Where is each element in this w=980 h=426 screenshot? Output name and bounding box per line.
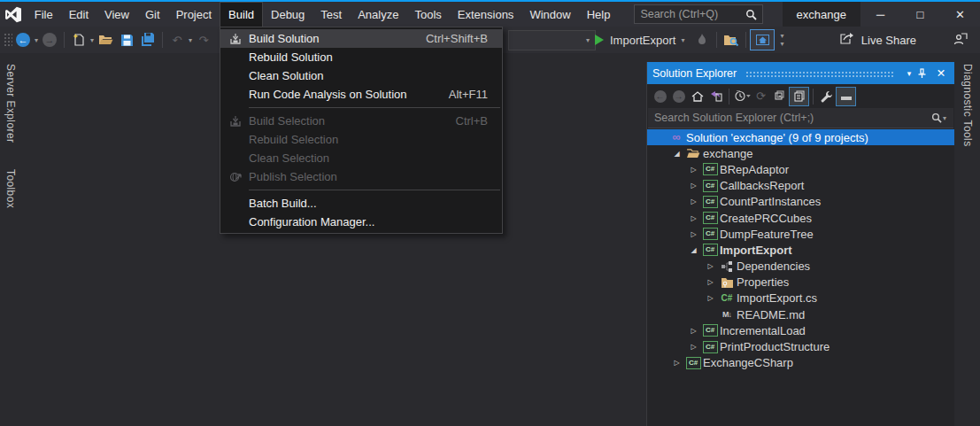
menu-item-rebuild-solution[interactable]: Rebuild Solution bbox=[220, 48, 502, 66]
solution-explorer-header[interactable]: Solution Explorer ▾ ✕ bbox=[647, 62, 954, 84]
tree-row[interactable]: ▷C#DumpFeatureTree bbox=[647, 226, 954, 242]
tree-item-label[interactable]: exchange bbox=[702, 147, 752, 160]
show-all-files-button[interactable] bbox=[789, 87, 809, 106]
new-project-button[interactable] bbox=[69, 30, 89, 50]
menu-item-batch-build[interactable]: Batch Build... bbox=[220, 194, 502, 213]
menu-git[interactable]: Git bbox=[137, 2, 168, 27]
pending-changes-filter-button[interactable] bbox=[733, 88, 752, 105]
tree-row[interactable]: ▷C#ExchangeCSharp bbox=[647, 355, 954, 371]
tree-row[interactable]: ◢C#ImportExport bbox=[647, 242, 954, 258]
new-project-dropdown-icon[interactable]: ▾ bbox=[90, 36, 94, 44]
tree-row[interactable]: ▷Dependencies bbox=[647, 259, 954, 275]
expander-closed-icon[interactable]: ▷ bbox=[686, 327, 701, 335]
expander-closed-icon[interactable]: ▷ bbox=[686, 166, 701, 174]
navigate-back-dropdown-icon[interactable]: ▾ bbox=[35, 36, 38, 44]
close-panel-icon[interactable]: ✕ bbox=[933, 66, 949, 80]
menu-view[interactable]: View bbox=[96, 2, 137, 27]
tree-item-label[interactable]: CountPartInstances bbox=[719, 195, 821, 208]
menu-item-run-code-analysis-on-solution[interactable]: Run Code Analysis on SolutionAlt+F11 bbox=[220, 85, 502, 104]
tree-row[interactable]: M↓README.md bbox=[647, 306, 954, 322]
window-position-dropdown-icon[interactable]: ▾ bbox=[901, 69, 917, 78]
tree-row[interactable]: ▷C#IncrementalLoad bbox=[647, 322, 954, 338]
tree-item-label[interactable]: IncrementalLoad bbox=[719, 324, 806, 337]
tree-item-label[interactable]: Solution 'exchange' (9 of 9 projects) bbox=[685, 131, 868, 144]
tree-row[interactable]: ▷C#BRepAdaptor bbox=[647, 161, 954, 177]
maximize-button[interactable]: □ bbox=[900, 2, 940, 27]
live-share-icon[interactable] bbox=[839, 32, 854, 48]
menu-project[interactable]: Project bbox=[168, 2, 220, 27]
expander-open-icon[interactable]: ◢ bbox=[686, 246, 701, 254]
tree-item-label[interactable]: DumpFeatureTree bbox=[719, 228, 814, 241]
find-in-files-button[interactable] bbox=[721, 30, 741, 50]
tree-row[interactable]: ▷C#ImportExport.cs bbox=[647, 290, 954, 306]
menu-item-clean-solution[interactable]: Clean Solution bbox=[220, 66, 502, 85]
run-target-dropdown-icon[interactable]: ▾ bbox=[681, 36, 684, 44]
expander-closed-icon[interactable]: ▷ bbox=[686, 343, 701, 351]
feedback-person-icon[interactable] bbox=[953, 32, 968, 48]
menu-extensions[interactable]: Extensions bbox=[450, 2, 522, 27]
expander-closed-icon[interactable]: ▷ bbox=[703, 262, 718, 270]
expander-closed-icon[interactable]: ▷ bbox=[686, 182, 701, 190]
sync-with-active-document-button[interactable] bbox=[706, 88, 725, 105]
minimize-button[interactable]: ─ bbox=[860, 2, 900, 27]
navigate-back-button[interactable]: ← bbox=[13, 30, 33, 50]
tree-item-label[interactable]: ImportExport.cs bbox=[736, 291, 817, 305]
tree-row[interactable]: ◢exchange bbox=[647, 145, 954, 161]
server-explorer-tab[interactable]: Server Explorer bbox=[4, 55, 17, 151]
tree-item-label[interactable]: Dependencies bbox=[736, 259, 810, 273]
undo-button[interactable]: ↶ bbox=[167, 30, 187, 50]
menu-help[interactable]: Help bbox=[579, 2, 619, 27]
undo-dropdown-icon[interactable]: ▾ bbox=[189, 36, 192, 44]
tree-row[interactable]: ▷C#CallbacksReport bbox=[647, 178, 954, 194]
preview-selected-items-button[interactable] bbox=[836, 87, 856, 106]
toolbar-overflow-icon[interactable]: ▾▾ bbox=[780, 32, 783, 48]
back-button[interactable]: ← bbox=[651, 88, 669, 105]
tree-item-label[interactable]: README.md bbox=[736, 308, 805, 321]
menu-tools[interactable]: Tools bbox=[406, 2, 449, 27]
hot-reload-icon[interactable] bbox=[692, 30, 712, 50]
tree-row[interactable]: ∞Solution 'exchange' (9 of 9 projects) bbox=[647, 129, 954, 145]
menu-edit[interactable]: Edit bbox=[61, 2, 96, 27]
expander-closed-icon[interactable]: ▷ bbox=[686, 214, 701, 222]
tree-item-label[interactable]: ExchangeCSharp bbox=[702, 356, 793, 369]
live-share-label[interactable]: Live Share bbox=[861, 34, 916, 47]
properties-wrench-button[interactable] bbox=[817, 88, 836, 105]
toolbox-tab[interactable]: Toolbox bbox=[4, 160, 17, 217]
quick-search-box[interactable]: Search (Ctrl+Q) bbox=[634, 4, 762, 24]
tree-item-label[interactable]: ImportExport bbox=[719, 244, 792, 257]
menu-analyze[interactable]: Analyze bbox=[350, 2, 406, 27]
navigate-forward-button[interactable]: → bbox=[40, 30, 59, 50]
solution-explorer-search-box[interactable]: Search Solution Explorer (Ctrl+;) ▾ bbox=[648, 108, 953, 128]
menu-build[interactable]: Build bbox=[220, 2, 263, 27]
pin-icon[interactable] bbox=[917, 68, 933, 79]
redo-button[interactable]: ↷ bbox=[194, 30, 213, 50]
expander-closed-icon[interactable]: ▷ bbox=[686, 198, 701, 205]
menu-window[interactable]: Window bbox=[521, 2, 578, 27]
toolbar-grip[interactable] bbox=[4, 33, 12, 47]
tree-item-label[interactable]: CreatePRCCubes bbox=[719, 212, 812, 225]
tree-row[interactable]: ▷Properties bbox=[647, 275, 954, 290]
search-icon[interactable] bbox=[745, 9, 757, 20]
menu-debug[interactable]: Debug bbox=[263, 2, 313, 27]
menu-item-configuration-manager[interactable]: Configuration Manager... bbox=[220, 213, 502, 231]
tree-row[interactable]: ▷C#CreatePRCCubes bbox=[647, 210, 954, 226]
expander-closed-icon[interactable]: ▷ bbox=[686, 230, 701, 238]
open-folder-button[interactable] bbox=[96, 30, 115, 50]
menu-item-build-solution[interactable]: Build SolutionCtrl+Shift+B bbox=[220, 29, 502, 48]
expander-open-icon[interactable]: ◢ bbox=[669, 150, 684, 158]
home-button[interactable] bbox=[688, 88, 706, 105]
forward-button[interactable]: → bbox=[669, 88, 688, 105]
expander-closed-icon[interactable]: ▷ bbox=[669, 359, 684, 367]
tree-item-label[interactable]: BRepAdaptor bbox=[719, 163, 789, 176]
collapse-all-button[interactable] bbox=[770, 88, 789, 105]
menu-file[interactable]: File bbox=[27, 2, 61, 27]
save-button[interactable] bbox=[117, 30, 136, 50]
save-all-button[interactable] bbox=[138, 30, 158, 50]
refresh-button[interactable]: ⟳ bbox=[752, 88, 770, 105]
tree-row[interactable]: ▷C#PrintProductStructure bbox=[647, 338, 954, 354]
tree-row[interactable]: ▷C#CountPartInstances bbox=[647, 194, 954, 210]
start-debug-icon[interactable] bbox=[595, 35, 604, 45]
tree-item-label[interactable]: PrintProductStructure bbox=[719, 340, 830, 353]
run-target-label[interactable]: ImportExport bbox=[610, 34, 675, 47]
browser-home-button[interactable] bbox=[750, 29, 775, 50]
